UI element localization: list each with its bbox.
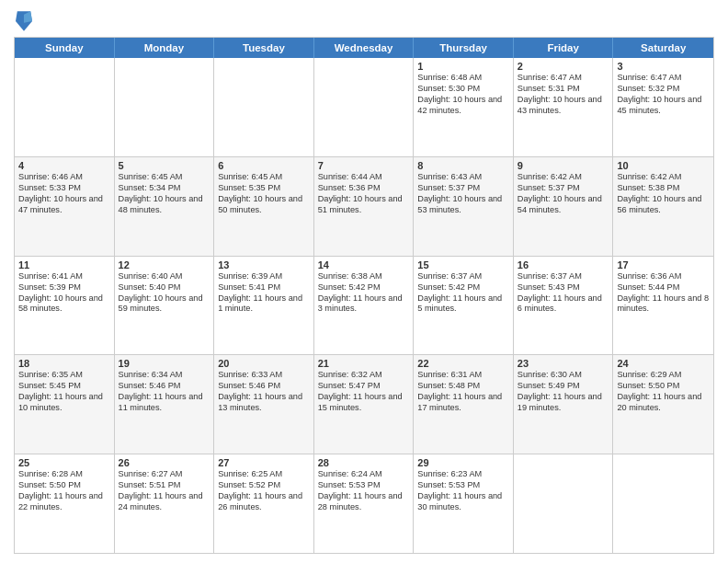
sunrise-text: Sunrise: 6:36 AM xyxy=(617,271,710,282)
day-cell-1: 1Sunrise: 6:48 AMSunset: 5:30 PMDaylight… xyxy=(414,58,514,156)
sunrise-text: Sunrise: 6:44 AM xyxy=(318,172,410,183)
day-cell-2: 2Sunrise: 6:47 AMSunset: 5:31 PMDaylight… xyxy=(514,58,614,156)
weekday-header-sunday: Sunday xyxy=(15,38,115,58)
daylight-text: Daylight: 10 hours and 48 minutes. xyxy=(119,194,210,216)
calendar-week-4: 18Sunrise: 6:35 AMSunset: 5:45 PMDayligh… xyxy=(15,355,713,454)
day-cell-16: 16Sunrise: 6:37 AMSunset: 5:43 PMDayligh… xyxy=(514,257,614,355)
day-number: 9 xyxy=(518,160,609,171)
empty-cell xyxy=(314,58,415,156)
weekday-header-wednesday: Wednesday xyxy=(314,38,415,58)
sunrise-text: Sunrise: 6:37 AM xyxy=(417,271,509,282)
empty-cell xyxy=(214,58,314,156)
day-number: 23 xyxy=(518,358,609,369)
daylight-text: Daylight: 10 hours and 43 minutes. xyxy=(518,95,609,117)
daylight-text: Daylight: 11 hours and 19 minutes. xyxy=(518,392,609,414)
day-number: 11 xyxy=(18,259,110,270)
sunrise-text: Sunrise: 6:38 AM xyxy=(318,271,410,282)
day-number: 16 xyxy=(518,259,609,270)
daylight-text: Daylight: 11 hours and 24 minutes. xyxy=(119,491,210,513)
sunrise-text: Sunrise: 6:46 AM xyxy=(18,172,110,183)
empty-cell xyxy=(115,58,215,156)
sunrise-text: Sunrise: 6:47 AM xyxy=(518,73,609,84)
daylight-text: Daylight: 11 hours and 28 minutes. xyxy=(318,491,410,513)
sunset-text: Sunset: 5:38 PM xyxy=(617,183,710,194)
sunset-text: Sunset: 5:39 PM xyxy=(18,282,110,293)
day-cell-14: 14Sunrise: 6:38 AMSunset: 5:42 PMDayligh… xyxy=(314,257,415,355)
day-number: 21 xyxy=(318,358,410,369)
sunrise-text: Sunrise: 6:41 AM xyxy=(18,271,110,282)
sunrise-text: Sunrise: 6:39 AM xyxy=(218,271,310,282)
daylight-text: Daylight: 10 hours and 45 minutes. xyxy=(617,95,710,117)
sunset-text: Sunset: 5:48 PM xyxy=(417,381,509,392)
daylight-text: Daylight: 10 hours and 59 minutes. xyxy=(119,293,210,316)
day-number: 24 xyxy=(617,358,710,369)
day-cell-29: 29Sunrise: 6:23 AMSunset: 5:53 PMDayligh… xyxy=(414,454,514,553)
sunrise-text: Sunrise: 6:31 AM xyxy=(417,370,509,381)
sunset-text: Sunset: 5:43 PM xyxy=(518,282,609,293)
weekday-header-tuesday: Tuesday xyxy=(214,38,314,58)
daylight-text: Daylight: 10 hours and 50 minutes. xyxy=(218,194,310,216)
sunrise-text: Sunrise: 6:29 AM xyxy=(617,370,710,381)
sunset-text: Sunset: 5:46 PM xyxy=(119,381,210,392)
day-cell-23: 23Sunrise: 6:30 AMSunset: 5:49 PMDayligh… xyxy=(514,355,614,454)
daylight-text: Daylight: 11 hours and 5 minutes. xyxy=(417,293,509,316)
daylight-text: Daylight: 11 hours and 30 minutes. xyxy=(417,491,509,513)
sunrise-text: Sunrise: 6:27 AM xyxy=(119,469,210,480)
day-number: 15 xyxy=(417,259,509,270)
weekday-header-friday: Friday xyxy=(514,38,614,58)
calendar-week-2: 4Sunrise: 6:46 AMSunset: 5:33 PMDaylight… xyxy=(15,157,713,257)
day-number: 12 xyxy=(119,259,210,270)
logo-icon xyxy=(16,11,32,31)
day-cell-26: 26Sunrise: 6:27 AMSunset: 5:51 PMDayligh… xyxy=(115,454,215,553)
daylight-text: Daylight: 10 hours and 53 minutes. xyxy=(417,194,509,216)
day-number: 6 xyxy=(218,160,310,171)
daylight-text: Daylight: 10 hours and 42 minutes. xyxy=(417,95,509,117)
sunset-text: Sunset: 5:46 PM xyxy=(218,381,310,392)
day-cell-18: 18Sunrise: 6:35 AMSunset: 5:45 PMDayligh… xyxy=(15,355,115,454)
day-number: 14 xyxy=(318,259,410,270)
logo xyxy=(14,13,32,31)
sunset-text: Sunset: 5:42 PM xyxy=(318,282,410,293)
sunrise-text: Sunrise: 6:43 AM xyxy=(417,172,509,183)
day-cell-27: 27Sunrise: 6:25 AMSunset: 5:52 PMDayligh… xyxy=(214,454,314,553)
sunset-text: Sunset: 5:42 PM xyxy=(417,282,509,293)
day-cell-12: 12Sunrise: 6:40 AMSunset: 5:40 PMDayligh… xyxy=(115,257,215,355)
day-number: 3 xyxy=(617,61,710,72)
calendar-header-row: SundayMondayTuesdayWednesdayThursdayFrid… xyxy=(15,38,713,58)
sunset-text: Sunset: 5:49 PM xyxy=(518,381,609,392)
daylight-text: Daylight: 11 hours and 10 minutes. xyxy=(18,392,110,414)
daylight-text: Daylight: 11 hours and 17 minutes. xyxy=(417,392,509,414)
weekday-header-saturday: Saturday xyxy=(613,38,713,58)
day-number: 19 xyxy=(119,358,210,369)
sunset-text: Sunset: 5:51 PM xyxy=(119,480,210,491)
sunset-text: Sunset: 5:53 PM xyxy=(318,480,410,491)
calendar-week-1: 1Sunrise: 6:48 AMSunset: 5:30 PMDaylight… xyxy=(15,58,713,157)
weekday-header-monday: Monday xyxy=(115,38,215,58)
sunset-text: Sunset: 5:44 PM xyxy=(617,282,710,293)
sunrise-text: Sunrise: 6:32 AM xyxy=(318,370,410,381)
sunset-text: Sunset: 5:50 PM xyxy=(617,381,710,392)
day-number: 5 xyxy=(119,160,210,171)
day-cell-19: 19Sunrise: 6:34 AMSunset: 5:46 PMDayligh… xyxy=(115,355,215,454)
day-cell-17: 17Sunrise: 6:36 AMSunset: 5:44 PMDayligh… xyxy=(613,257,713,355)
day-number: 26 xyxy=(119,457,210,468)
sunset-text: Sunset: 5:36 PM xyxy=(318,183,410,194)
sunrise-text: Sunrise: 6:42 AM xyxy=(617,172,710,183)
day-cell-5: 5Sunrise: 6:45 AMSunset: 5:34 PMDaylight… xyxy=(115,157,215,256)
daylight-text: Daylight: 11 hours and 6 minutes. xyxy=(518,293,609,316)
day-cell-22: 22Sunrise: 6:31 AMSunset: 5:48 PMDayligh… xyxy=(414,355,514,454)
calendar-page: SundayMondayTuesdayWednesdayThursdayFrid… xyxy=(0,0,728,563)
daylight-text: Daylight: 11 hours and 20 minutes. xyxy=(617,392,710,414)
daylight-text: Daylight: 11 hours and 22 minutes. xyxy=(18,491,110,513)
calendar-body: 1Sunrise: 6:48 AMSunset: 5:30 PMDaylight… xyxy=(15,58,713,553)
calendar-week-5: 25Sunrise: 6:28 AMSunset: 5:50 PMDayligh… xyxy=(15,454,713,553)
day-cell-21: 21Sunrise: 6:32 AMSunset: 5:47 PMDayligh… xyxy=(314,355,415,454)
day-cell-10: 10Sunrise: 6:42 AMSunset: 5:38 PMDayligh… xyxy=(613,157,713,256)
sunrise-text: Sunrise: 6:25 AM xyxy=(218,469,310,480)
sunrise-text: Sunrise: 6:23 AM xyxy=(417,469,509,480)
day-cell-3: 3Sunrise: 6:47 AMSunset: 5:32 PMDaylight… xyxy=(613,58,713,156)
day-cell-6: 6Sunrise: 6:45 AMSunset: 5:35 PMDaylight… xyxy=(214,157,314,256)
day-number: 7 xyxy=(318,160,410,171)
daylight-text: Daylight: 11 hours and 11 minutes. xyxy=(119,392,210,414)
day-cell-25: 25Sunrise: 6:28 AMSunset: 5:50 PMDayligh… xyxy=(15,454,115,553)
